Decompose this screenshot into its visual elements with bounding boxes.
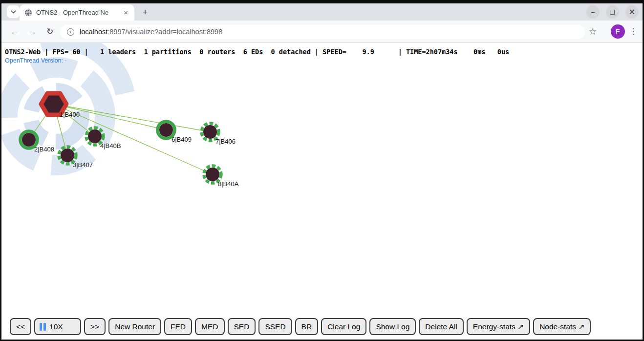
sed-button[interactable]: SED — [228, 318, 256, 335]
page-info-icon[interactable]: i — [67, 28, 74, 36]
ssed-button[interactable]: SSED — [258, 318, 292, 335]
tab-otns2[interactable]: OTNS2 - OpenThread Ne × — [20, 4, 134, 21]
node-label: 3|B407 — [73, 161, 93, 169]
tab-close-icon[interactable]: × — [122, 8, 130, 17]
url-path: :8997/visualize?addr=localhost:8998 — [107, 28, 222, 36]
network-graph-canvas[interactable]: 1|B4002|B4083|B4074|B40B6|B4097|B4068|B4… — [1, 43, 643, 339]
med-button[interactable]: MED — [195, 318, 224, 335]
speed-up-button[interactable]: >> — [84, 318, 106, 335]
node-stats-button[interactable]: Node-stats ↗ — [533, 318, 591, 335]
pause-icon — [40, 323, 46, 331]
close-button[interactable]: ✕ — [625, 5, 639, 19]
profile-avatar[interactable]: E — [611, 24, 625, 39]
node-7-B406[interactable]: 7|B406 — [202, 124, 236, 146]
node-label: 7|B406 — [215, 138, 236, 145]
refresh-icon[interactable]: ↻ — [43, 21, 57, 43]
speed-value: 10X — [49, 322, 63, 331]
url-host: localhost — [80, 28, 107, 36]
node-label: 1|B400 — [60, 111, 80, 118]
bookmark-star-icon[interactable]: ☆ — [586, 21, 600, 43]
globe-favicon-icon — [24, 9, 32, 17]
node-label: 8|B40A — [218, 180, 239, 188]
speed-display-button[interactable]: 10X — [34, 318, 81, 335]
simulation-toolbar: << 10X >> New Router FED MED SED SSED BR… — [10, 318, 591, 335]
browser-window: OTNS2 - OpenThread Ne × + – ❑ ✕ ← → ↻ i … — [1, 3, 643, 340]
new-tab-button[interactable]: + — [139, 6, 151, 18]
back-icon[interactable]: ← — [7, 21, 22, 43]
node-label: 2|B408 — [34, 146, 54, 153]
minimize-button[interactable]: – — [586, 5, 600, 19]
tab-strip: OTNS2 - OpenThread Ne × + – ❑ ✕ — [1, 3, 643, 21]
url-text: localhost:8997/visualize?addr=localhost:… — [80, 28, 222, 36]
forward-icon[interactable]: → — [25, 21, 40, 43]
maximize-button[interactable]: ❑ — [606, 5, 619, 19]
node-label: 6|B409 — [172, 136, 192, 143]
br-button[interactable]: BR — [295, 318, 319, 335]
fed-button[interactable]: FED — [164, 318, 192, 335]
node-6-B409[interactable]: 6|B409 — [158, 122, 192, 144]
address-bar[interactable]: i localhost:8997/visualize?addr=localhos… — [60, 24, 585, 39]
tab-search-chevron-button[interactable] — [7, 5, 20, 18]
delete-all-button[interactable]: Delete All — [419, 318, 463, 335]
new-router-button[interactable]: New Router — [108, 318, 161, 335]
browser-toolbar: ← → ↻ i localhost:8997/visualize?addr=lo… — [1, 21, 643, 43]
tab-title: OTNS2 - OpenThread Ne — [36, 9, 122, 16]
energy-stats-button[interactable]: Energy-stats ↗ — [467, 318, 530, 335]
browser-menu-icon[interactable]: ⋮ — [627, 21, 639, 43]
window-controls: – ❑ ✕ — [586, 5, 639, 19]
watermark-logo — [1, 43, 150, 199]
simulator-status-line: OTNS2-Web | FPS= 60 | 1 leaders 1 partit… — [5, 48, 509, 56]
show-log-button[interactable]: Show Log — [369, 318, 416, 335]
speed-down-button[interactable]: << — [10, 318, 31, 335]
clear-log-button[interactable]: Clear Log — [321, 318, 366, 335]
openthread-version-label: OpenThread Version: - — [5, 57, 66, 64]
otns-page: 1|B4002|B4083|B4074|B40B6|B4097|B4068|B4… — [1, 43, 643, 340]
node-label: 4|B40B — [100, 142, 121, 149]
chevron-down-icon — [11, 10, 16, 14]
node-8-B40A[interactable]: 8|B40A — [204, 166, 239, 188]
